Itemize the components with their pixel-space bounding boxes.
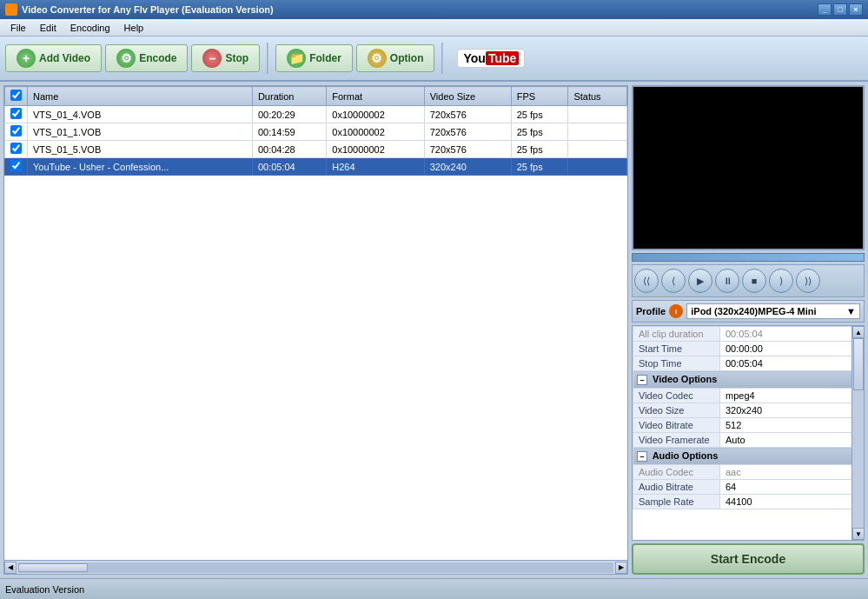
horizontal-scrollbar[interactable]: ◀ ▶ [4,560,627,574]
row-fps: 25 fps [511,123,568,141]
options-section-header: – Audio Options [633,448,864,465]
right-panel: ⟨⟨ ⟨ ▶ ⏸ ■ ⟩ ⟩⟩ Profile i iPod (320x240)… [632,85,865,575]
window-controls: _ □ × [818,3,863,16]
row-name: VTS_01_5.VOB [28,141,253,158]
table-row[interactable]: VTS_01_4.VOB00:20:290x10000002720x57625 … [5,106,627,123]
row-video-size: 720x576 [424,123,511,141]
encode-button[interactable]: ⚙ Encode [105,44,188,72]
separator-2 [441,43,443,74]
option-value: Auto [720,433,864,448]
scroll-track[interactable] [18,562,613,573]
row-duration: 00:20:29 [252,106,326,123]
row-format: 0x10000002 [327,123,424,141]
row-format: 0x10000002 [327,141,424,158]
menu-help[interactable]: Help [117,21,151,35]
title-bar: Video Converter for Any Flv Player (Eval… [0,0,868,19]
col-format: Format [327,87,424,106]
toolbar: + Add Video ⚙ Encode – Stop 📁 Folder ⚙ O… [0,37,868,82]
section-collapse-icon[interactable]: – [637,451,647,462]
col-fps: FPS [511,87,568,106]
maximize-button[interactable]: □ [833,3,847,16]
scroll-up-arrow[interactable]: ▲ [852,326,865,338]
add-video-button[interactable]: + Add Video [5,44,102,72]
options-row: Video Bitrate512 [633,418,864,433]
forward-button[interactable]: ⟩ [769,269,793,293]
profile-bar: Profile i iPod (320x240)MPEG-4 Mini ▼ [632,300,865,323]
options-scrollbar[interactable]: ▲ ▼ [851,326,864,540]
scroll-thumb[interactable] [18,563,88,572]
video-preview [632,85,865,250]
option-label: Audio Bitrate [633,480,720,495]
pause-button[interactable]: ⏸ [715,269,739,293]
option-button[interactable]: ⚙ Option [356,44,435,72]
col-check [5,87,28,106]
row-name: VTS_01_1.VOB [28,123,253,141]
row-fps: 25 fps [511,158,568,176]
stop-button[interactable]: – Stop [191,44,260,72]
scroll-down-arrow[interactable]: ▼ [852,528,865,540]
profile-dropdown[interactable]: iPod (320x240)MPEG-4 Mini ▼ [686,303,860,319]
row-name: YouTube - Usher - Confession... [28,158,253,176]
option-label: Audio Codec [633,465,720,480]
menu-bar: File Edit Encoding Help [0,19,868,37]
row-fps: 25 fps [511,141,568,158]
status-text: Evaluation Version [5,584,84,595]
row-checkbox[interactable] [10,125,22,136]
section-collapse-icon[interactable]: – [637,375,647,385]
profile-label: Profile [636,306,666,316]
options-table: All clip duration00:05:04Start Time00:00… [633,326,864,509]
row-checkbox[interactable] [10,143,22,154]
folder-label: Folder [309,52,341,64]
row-checkbox-cell [5,141,28,158]
table-row[interactable]: VTS_01_5.VOB00:04:280x10000002720x57625 … [5,141,627,158]
row-format: 0x10000002 [327,106,424,123]
option-value: 512 [720,418,864,433]
option-label: Video Size [633,403,720,418]
option-value: mpeg4 [720,389,864,403]
options-row: Audio Bitrate64 [633,480,864,495]
youtube-logo: YouTube [457,49,525,68]
table-row[interactable]: YouTube - Usher - Confession...00:05:04H… [5,158,627,176]
options-row: Sample Rate44100 [633,495,864,509]
window-title: Video Converter for Any Flv Player (Eval… [22,4,274,15]
col-status: Status [568,87,627,106]
section-header-cell: – Video Options [633,371,864,389]
col-duration: Duration [252,87,326,106]
scroll-track-vertical[interactable] [852,338,864,528]
options-scroll[interactable]: All clip duration00:05:04Start Time00:00… [633,326,864,540]
folder-button[interactable]: 📁 Folder [275,44,353,72]
menu-encoding[interactable]: Encoding [63,21,117,35]
forward-end-button[interactable]: ⟩⟩ [796,269,820,293]
row-checkbox-cell [5,158,28,176]
options-row: Stop Time00:05:04 [633,356,864,371]
minimize-button[interactable]: _ [818,3,832,16]
separator-1 [267,43,268,74]
rewind-button[interactable]: ⟨ [661,269,686,293]
scroll-thumb-vertical[interactable] [853,338,864,390]
table-row[interactable]: VTS_01_1.VOB00:14:590x10000002720x57625 … [5,123,627,141]
stop-ctrl-button[interactable]: ■ [742,269,766,293]
player-controls: ⟨⟨ ⟨ ▶ ⏸ ■ ⟩ ⟩⟩ [632,264,865,297]
file-panel: Name Duration Format Video Size FPS Stat… [3,85,628,575]
scroll-right-arrow[interactable]: ▶ [615,562,627,574]
select-all-checkbox[interactable] [10,90,22,101]
rewind-start-button[interactable]: ⟨⟨ [634,269,659,293]
row-checkbox[interactable] [10,108,22,119]
play-button[interactable]: ▶ [688,269,712,293]
start-encode-button[interactable]: Start Encode [632,543,865,575]
file-list-scroll[interactable]: Name Duration Format Video Size FPS Stat… [4,86,627,560]
gear-icon: ⚙ [368,49,387,68]
option-label: All clip duration [633,327,720,342]
menu-edit[interactable]: Edit [33,21,63,35]
option-label: Option [390,52,424,64]
progress-bar-container [632,253,865,262]
youtube-area[interactable]: YouTube [457,49,525,68]
option-value: 00:00:00 [720,342,864,356]
scroll-left-arrow[interactable]: ◀ [4,562,17,574]
close-button[interactable]: × [849,3,863,16]
status-bar: Evaluation Version [0,578,868,599]
menu-file[interactable]: File [3,21,33,35]
row-checkbox[interactable] [10,160,22,171]
profile-icon: i [669,304,683,318]
option-label: Video Framerate [633,433,720,448]
